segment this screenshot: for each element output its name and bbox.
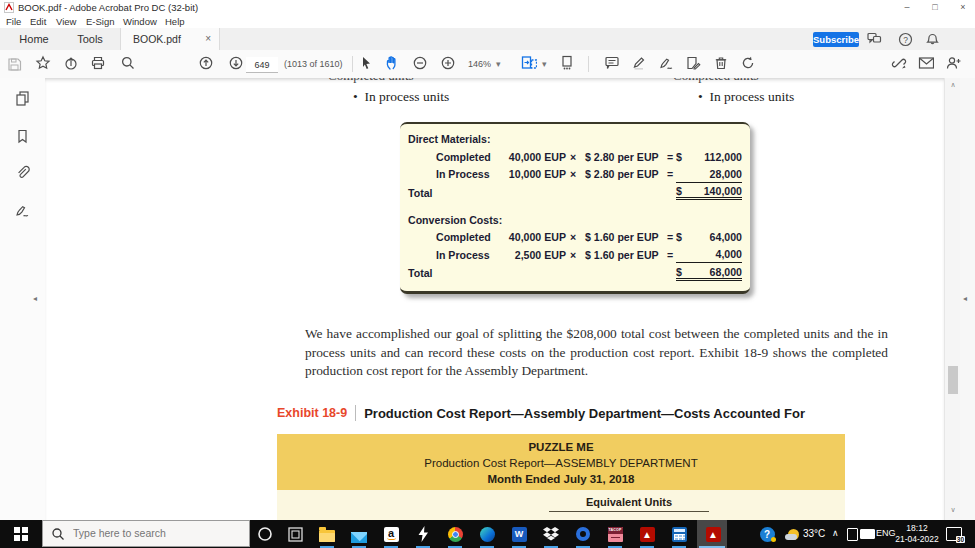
- file-explorer-icon[interactable]: [318, 525, 336, 543]
- maximize-button[interactable]: □: [921, 0, 949, 14]
- subscribe-button[interactable]: Subscribe: [813, 32, 859, 47]
- cost-calculation-box: Direct Materials: Completed 40,000 EUP ×…: [400, 122, 750, 294]
- next-page-icon[interactable]: [228, 55, 244, 71]
- tab-home[interactable]: Home: [10, 28, 58, 50]
- edge-icon[interactable]: [478, 525, 496, 543]
- menu-view[interactable]: View: [56, 15, 76, 28]
- puzzle-header: PUZZLE ME Production Cost Report—ASSEMBL…: [277, 434, 845, 490]
- page-number-input[interactable]: [246, 57, 278, 73]
- minimize-button[interactable]: –: [893, 0, 921, 14]
- menu-bar: File Edit View E-Sign Window Help: [0, 15, 975, 28]
- cortana-icon[interactable]: [256, 525, 274, 543]
- conversion-costs-title: Conversion Costs:: [408, 212, 742, 230]
- direct-materials-title: Direct Materials:: [408, 131, 742, 149]
- acrobat-app-icon: [4, 2, 14, 13]
- page-count-label: (1013 of 1610): [284, 59, 343, 69]
- fit-page-icon[interactable]: [521, 55, 537, 71]
- taskbar-clock[interactable]: 18:12 21-04-2022: [893, 523, 941, 545]
- scrollbar-thumb[interactable]: [948, 366, 958, 394]
- bookmarks-icon[interactable]: [14, 128, 31, 145]
- feedback-icon[interactable]: [866, 31, 882, 47]
- tacop-app-icon[interactable]: TACOP: [606, 525, 624, 543]
- email-icon[interactable]: [918, 55, 934, 71]
- search-icon[interactable]: [120, 55, 136, 71]
- table-row: Completed 40,000 EUP × $ 1.60 per EUP = …: [408, 229, 742, 247]
- page-thumbnails-icon[interactable]: [14, 90, 31, 107]
- scroll-down-icon[interactable]: ∨: [945, 506, 961, 514]
- menu-edit[interactable]: Edit: [30, 15, 46, 28]
- zoom-level-value[interactable]: 146%: [468, 59, 491, 69]
- delete-trash-icon[interactable]: [713, 55, 729, 71]
- favorites-star-icon[interactable]: [35, 55, 51, 71]
- notification-center-icon[interactable]: 30: [945, 525, 963, 543]
- chrome-icon[interactable]: [446, 525, 464, 543]
- highlight-pencil-icon[interactable]: [631, 55, 647, 71]
- puzzle-subheading: Production Cost Report—ASSEMBLY DEPARTME…: [277, 455, 845, 471]
- notification-count-badge: 30: [956, 536, 965, 544]
- table-row: In Process 2,500 EUP × $ 1.60 per EUP = …: [408, 247, 742, 265]
- conversion-costs-total-row: Total $68,000: [408, 264, 742, 282]
- menu-file[interactable]: File: [6, 15, 21, 28]
- zoom-caret-icon[interactable]: ▾: [496, 59, 501, 69]
- zoom-out-icon[interactable]: [412, 55, 428, 71]
- start-button[interactable]: [0, 520, 42, 548]
- task-view-icon[interactable]: [286, 525, 304, 543]
- save-icon[interactable]: [6, 56, 22, 72]
- window-title: BOOK.pdf - Adobe Acrobat Pro DC (32-bit): [18, 2, 198, 13]
- puzzle-report-box: PUZZLE ME Production Cost Report—ASSEMBL…: [277, 434, 845, 520]
- edit-page-icon[interactable]: [685, 55, 701, 71]
- temperature-label[interactable]: 33°C: [803, 528, 825, 539]
- share-icon[interactable]: [63, 55, 79, 71]
- previous-page-icon[interactable]: [198, 55, 214, 71]
- menu-window[interactable]: Window: [123, 15, 157, 28]
- collapse-left-panel-icon[interactable]: ◂: [33, 294, 37, 304]
- tray-chevron-icon[interactable]: ∧: [832, 528, 839, 538]
- puzzle-date-line: Month Ended July 31, 2018: [277, 471, 845, 487]
- attachments-paperclip-icon[interactable]: [14, 165, 31, 182]
- tab-tools[interactable]: Tools: [66, 28, 114, 50]
- refresh-icon[interactable]: [740, 55, 756, 71]
- scroll-up-icon[interactable]: ∧: [945, 81, 961, 89]
- weather-icon[interactable]: [784, 525, 802, 543]
- windows-logo-icon: [14, 527, 28, 541]
- main-toolbar: (1013 of 1610) 146% ▾ ▾: [0, 50, 975, 79]
- help-icon[interactable]: ?: [897, 31, 913, 47]
- collapse-right-panel-icon[interactable]: ◂: [963, 294, 967, 304]
- select-tool-icon[interactable]: [358, 55, 374, 71]
- close-button[interactable]: ×: [949, 0, 975, 14]
- page-scrolling-icon[interactable]: [559, 55, 575, 71]
- word-icon[interactable]: W: [510, 525, 528, 543]
- hand-tool-icon[interactable]: [384, 54, 400, 70]
- notification-bell-icon[interactable]: [924, 31, 940, 47]
- tab-close-icon[interactable]: ×: [205, 28, 211, 50]
- touch-keyboard-icon[interactable]: [858, 525, 876, 543]
- search-input[interactable]: [71, 526, 245, 540]
- puzzle-body: Equivalent Units: [277, 490, 845, 520]
- add-person-icon[interactable]: [945, 55, 961, 71]
- amazon-app-icon[interactable]: a: [382, 525, 400, 543]
- print-icon[interactable]: [90, 55, 106, 71]
- link-icon[interactable]: [891, 55, 907, 71]
- clipped-text-left: Completed units: [328, 78, 448, 84]
- acrobat-app-icon[interactable]: ▲: [638, 525, 656, 543]
- sign-pen-icon[interactable]: [658, 55, 674, 71]
- mail-app-icon[interactable]: [350, 528, 368, 546]
- zoom-in-icon[interactable]: [440, 55, 456, 71]
- menu-help[interactable]: Help: [165, 15, 185, 28]
- tab-document-label: BOOK.pdf: [133, 28, 181, 50]
- fit-caret-icon[interactable]: ▾: [542, 59, 547, 69]
- menu-esign[interactable]: E-Sign: [86, 15, 115, 28]
- calculator-app-icon[interactable]: [670, 525, 688, 543]
- direct-materials-total-row: Total $140,000: [408, 184, 742, 202]
- dropbox-icon[interactable]: [542, 525, 560, 543]
- acrobat-active-icon[interactable]: ▲: [704, 525, 722, 543]
- blue-circular-app-icon[interactable]: [574, 525, 592, 543]
- vertical-scrollbar[interactable]: ∧ ∨: [944, 78, 961, 520]
- taskbar-search[interactable]: [42, 520, 250, 547]
- exhibit-heading: Exhibit 18-9 Production Cost Report—Asse…: [277, 403, 805, 423]
- signatures-icon[interactable]: [14, 202, 31, 219]
- tab-document[interactable]: BOOK.pdf ×: [120, 28, 220, 50]
- lightning-app-icon[interactable]: [414, 525, 432, 543]
- comment-icon[interactable]: [604, 55, 620, 71]
- tray-help-icon[interactable]: ?: [758, 525, 776, 543]
